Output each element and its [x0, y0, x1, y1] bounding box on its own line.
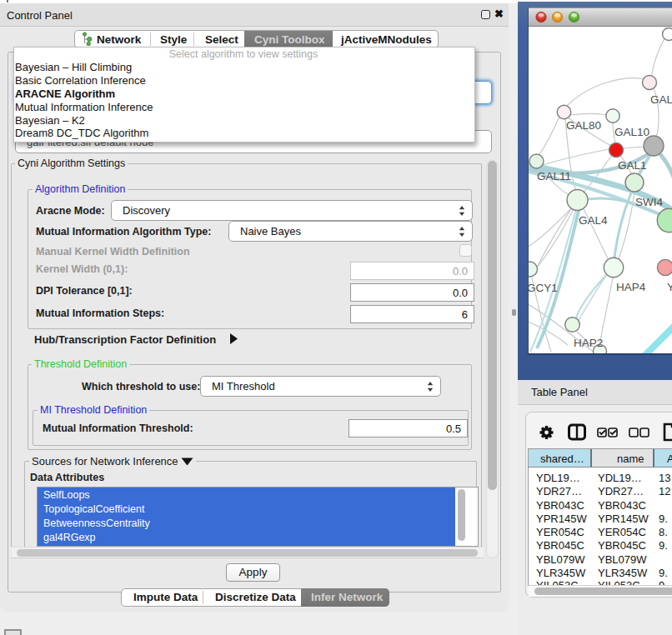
svg-text:GCY1: GCY1	[529, 282, 558, 294]
svg-text:GAL10: GAL10	[614, 126, 649, 138]
svg-text:GAL1: GAL1	[618, 159, 647, 172]
svg-text:HAP4: HAP4	[616, 281, 646, 293]
svg-text:GAL2: GAL2	[650, 93, 672, 106]
svg-text:Y: Y	[667, 281, 672, 293]
svg-text:GAL11: GAL11	[537, 170, 571, 182]
svg-text:SWI4: SWI4	[635, 196, 663, 208]
svg-text:HAP2: HAP2	[574, 337, 603, 349]
svg-text:GAL4: GAL4	[579, 214, 608, 227]
svg-text:GAL80: GAL80	[566, 119, 601, 132]
